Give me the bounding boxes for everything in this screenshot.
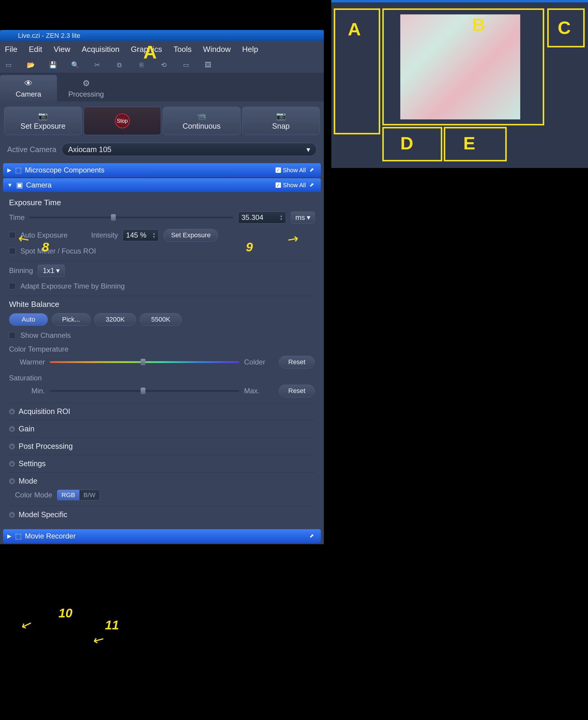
intensity-input[interactable]: 145 %▲▼ <box>123 229 159 241</box>
show-all-toggle[interactable]: ✓Show All <box>276 167 306 174</box>
wb-5500k-button[interactable]: 5500K <box>140 313 182 326</box>
show-all-toggle[interactable]: ✓Show All <box>276 182 306 189</box>
expand-icon: ▶ <box>7 533 12 539</box>
slider-thumb[interactable] <box>141 359 145 365</box>
continuous-button[interactable]: 📹 Continuous <box>163 107 240 135</box>
ct-reset-button[interactable]: Reset <box>279 356 315 368</box>
section-title: ▣Camera <box>16 181 272 189</box>
workspace-icon[interactable]: ▭ <box>181 61 191 69</box>
warmer-label: Warmer <box>9 358 45 366</box>
snap-icon: 📷 <box>276 111 286 121</box>
section-camera[interactable]: ▼ ▣Camera ✓Show All ⬈ <box>3 178 321 192</box>
menu-file[interactable]: File <box>5 45 17 54</box>
divider <box>9 296 315 296</box>
camera-small-icon: ▣ <box>16 181 23 189</box>
tab-processing-label: Processing <box>68 90 104 98</box>
wb-title: White Balance <box>9 300 315 309</box>
image-icon[interactable]: 🖼 <box>203 61 213 69</box>
time-slider[interactable] <box>29 217 233 219</box>
time-label: Time <box>9 213 25 222</box>
sub-post[interactable]: ▸Post Processing <box>9 437 315 455</box>
wb-auto-button[interactable]: Auto <box>9 313 48 326</box>
menu-view[interactable]: View <box>54 45 70 54</box>
overview-label-a: A <box>348 19 361 40</box>
chevron-down-icon: ▾ <box>56 266 60 275</box>
binning-select[interactable]: 1x1▾ <box>38 265 65 276</box>
copy-icon[interactable]: ⧉ <box>114 61 124 69</box>
expand-circle-icon: ▸ <box>9 461 15 467</box>
popout-icon[interactable]: ⬈ <box>310 182 317 189</box>
tab-camera[interactable]: 👁 Camera <box>0 75 57 101</box>
set-exposure-inner-button[interactable]: Set Exposure <box>163 229 218 242</box>
collapse-circle-icon: ▾ <box>9 478 15 484</box>
save-icon[interactable]: 💾 <box>48 61 58 69</box>
sat-slider[interactable] <box>50 390 239 392</box>
sub-settings[interactable]: ▸Settings <box>9 455 315 472</box>
active-camera-value: Axiocam 105 <box>68 145 111 154</box>
spinner-icon[interactable]: ▲▼ <box>280 214 283 221</box>
time-unit-select[interactable]: ms▾ <box>291 211 315 224</box>
menu-acquisition[interactable]: Acquisition <box>82 45 120 54</box>
save-zoom-icon[interactable]: 🔍 <box>70 61 80 69</box>
bw-button[interactable]: B/W <box>80 490 100 500</box>
wb-pick-button[interactable]: Pick... <box>51 313 90 326</box>
sub-gain[interactable]: ▸Gain <box>9 420 315 437</box>
divider <box>9 261 315 261</box>
active-camera-select[interactable]: Axiocam 105 ▾ <box>62 143 317 156</box>
check-icon: ✓ <box>276 167 281 173</box>
sat-reset-button[interactable]: Reset <box>279 385 315 397</box>
popout-icon[interactable]: ⬈ <box>310 533 317 540</box>
overview-label-d: D <box>400 133 413 153</box>
spot-meter-label: Spot Meter / Focus ROI <box>20 247 96 255</box>
set-exposure-button[interactable]: 📷 Set Exposure <box>4 107 82 135</box>
tab-camera-label: Camera <box>16 90 41 98</box>
section-title: ⬚Movie Recorder <box>15 532 159 540</box>
new-icon[interactable]: ▭ <box>4 61 13 69</box>
active-camera-row: Active Camera Axiocam 105 ▾ <box>0 140 324 162</box>
cut-icon[interactable]: ✂ <box>92 61 102 69</box>
auto-exposure-label: Auto Exposure <box>20 231 86 240</box>
slider-thumb[interactable] <box>141 388 145 394</box>
eye-icon: 👁 <box>24 78 33 88</box>
tab-processing[interactable]: ⚙ Processing <box>58 75 114 101</box>
menu-window[interactable]: Window <box>203 45 231 54</box>
rgb-button[interactable]: RGB <box>57 490 80 500</box>
sub-mode[interactable]: ▾Mode <box>9 472 315 490</box>
recorder-icon: ⬚ <box>15 532 22 540</box>
stop-button[interactable]: Stop <box>84 107 161 135</box>
adapt-label: Adapt Exposure Time by Binning <box>20 282 125 290</box>
spinner-icon[interactable]: ▲▼ <box>152 232 155 239</box>
time-row: Time 35.304▲▼ ms▾ <box>9 211 315 224</box>
section-title: ⬚Microscope Components <box>15 166 272 174</box>
sub-acq-roi[interactable]: ▸Acquisition ROI <box>9 403 315 420</box>
min-label: Min. <box>9 387 45 395</box>
max-label: Max. <box>244 387 274 395</box>
section-microscope-components[interactable]: ▶ ⬚Microscope Components ✓Show All ⬈ <box>3 163 321 177</box>
wb-3200k-button[interactable]: 3200K <box>94 313 136 326</box>
slider-thumb[interactable] <box>111 214 116 221</box>
menu-edit[interactable]: Edit <box>29 45 42 54</box>
overview-label-c: C <box>558 17 571 38</box>
time-value-input[interactable]: 35.304▲▼ <box>238 211 286 224</box>
sat-title: Saturation <box>9 374 315 382</box>
ct-title: Color Temperature <box>9 345 315 353</box>
camera-icon: 📷 <box>38 111 48 121</box>
undo-icon[interactable]: ⟲ <box>159 61 169 69</box>
arrow-11-icon: ↗ <box>90 631 107 650</box>
show-channels-checkbox[interactable] <box>9 332 16 339</box>
exposure-time-title: Exposure Time <box>9 198 315 207</box>
sub-model-specific[interactable]: ▸Model Specific <box>9 506 315 523</box>
adapt-checkbox[interactable] <box>9 283 16 289</box>
open-icon[interactable]: 📂 <box>26 61 35 69</box>
title-text: Live.czi - ZEN 2.3 lite <box>18 32 80 39</box>
colder-label: Colder <box>244 358 274 366</box>
menu-help[interactable]: Help <box>242 45 258 54</box>
acquisition-buttons: 📷 Set Exposure Stop 📹 Continuous 📷 Snap <box>0 101 324 140</box>
snap-button[interactable]: 📷 Snap <box>242 107 320 135</box>
popout-icon[interactable]: ⬈ <box>310 166 317 174</box>
color-temp-slider[interactable] <box>50 361 239 363</box>
spot-meter-checkbox[interactable] <box>9 248 16 254</box>
menu-tools[interactable]: Tools <box>173 45 192 54</box>
main-tabs: 👁 Camera ⚙ Processing <box>0 73 324 101</box>
section-movie-recorder[interactable]: ▶ ⬚Movie Recorder ⬈ <box>3 529 321 543</box>
